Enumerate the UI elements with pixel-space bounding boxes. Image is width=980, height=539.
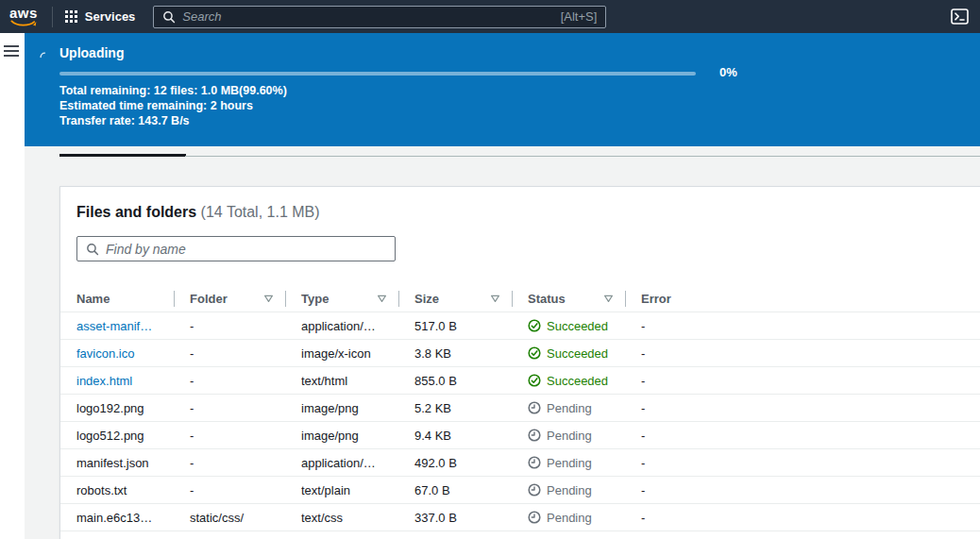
filter-icon[interactable] xyxy=(263,295,274,303)
type-cell: application/… xyxy=(301,319,414,333)
clock-icon xyxy=(528,456,541,469)
error-cell: - xyxy=(641,511,980,525)
aws-smile-icon xyxy=(10,20,37,27)
table-header-row: Name Folder Type Size xyxy=(60,286,980,312)
clock-icon xyxy=(528,401,541,414)
file-name: robots.txt xyxy=(76,483,127,497)
folder-cell: - xyxy=(190,456,301,470)
error-cell: - xyxy=(641,401,980,415)
upload-status-banner: Uploading 0% Total remaining: 12 files: … xyxy=(25,33,980,146)
status-text: Succeeded xyxy=(547,346,608,361)
cloudshell-terminal-icon[interactable] xyxy=(951,8,969,25)
services-menu-button[interactable]: Services xyxy=(65,9,136,24)
folder-cell: - xyxy=(190,374,301,388)
status-badge: Pending xyxy=(528,511,641,525)
topbar-divider xyxy=(52,7,53,27)
clock-icon xyxy=(528,483,541,497)
file-name: logo192.png xyxy=(76,401,144,415)
table-row: robots.txt - text/plain 67.0 B Pending - xyxy=(60,477,980,504)
file-name[interactable]: favicon.ico xyxy=(76,346,134,361)
check-circle-icon xyxy=(528,319,541,332)
size-cell: 67.0 B xyxy=(414,483,528,497)
error-cell: - xyxy=(641,319,980,333)
progress-percent-label: 0% xyxy=(719,65,737,79)
folder-cell: static/css/ xyxy=(190,511,301,525)
size-cell: 3.8 KB xyxy=(414,346,528,361)
top-navigation-bar: aws Services [Alt+S] xyxy=(0,0,980,33)
search-input[interactable] xyxy=(182,9,560,24)
table-row: logo192.png - image/png 5.2 KB Pending - xyxy=(60,395,980,422)
column-header-error: Error xyxy=(641,286,980,312)
table-row: manifest.json - application/… 492.0 B Pe… xyxy=(60,449,980,477)
files-table: Name Folder Type Size xyxy=(60,286,980,531)
upload-progress-bar xyxy=(59,72,696,76)
size-cell: 517.0 B xyxy=(414,319,528,333)
search-icon xyxy=(162,10,176,24)
column-header-status: Status xyxy=(528,286,641,312)
file-name: main.e6c13… xyxy=(76,511,152,525)
aws-logo-text: aws xyxy=(9,7,38,20)
status-text: Pending xyxy=(547,456,592,470)
size-cell: 492.0 B xyxy=(414,456,528,470)
status-badge: Pending xyxy=(528,401,641,415)
error-cell: - xyxy=(641,374,980,388)
table-row: main.e6c13… static/css/ text/css 337.0 B… xyxy=(60,504,980,531)
type-cell: image/png xyxy=(301,429,414,443)
status-badge: Pending xyxy=(528,483,641,497)
status-badge: Succeeded xyxy=(528,319,641,333)
status-badge: Pending xyxy=(528,429,641,443)
error-cell: - xyxy=(641,483,980,497)
find-by-name-box[interactable] xyxy=(76,236,396,261)
table-row: favicon.ico - image/x-icon 3.8 KB Succee… xyxy=(60,340,980,367)
status-badge: Succeeded xyxy=(528,374,641,388)
status-text: Succeeded xyxy=(547,319,608,333)
status-text: Pending xyxy=(547,429,592,443)
left-nav-strip xyxy=(0,33,25,539)
type-cell: image/png xyxy=(301,401,414,415)
clock-icon xyxy=(528,429,541,442)
file-name[interactable]: index.html xyxy=(76,374,132,388)
table-row: index.html - text/html 855.0 B Succeeded… xyxy=(60,367,980,395)
status-text: Succeeded xyxy=(547,374,608,388)
error-cell: - xyxy=(641,346,980,361)
column-divider xyxy=(512,291,513,307)
total-remaining-text: Total remaining: 12 files: 1.0 MB(99.60%… xyxy=(59,83,287,98)
global-search-box[interactable]: [Alt+S] xyxy=(153,6,606,28)
clock-icon xyxy=(528,511,541,524)
file-name[interactable]: asset-manif… xyxy=(76,319,152,333)
check-circle-icon xyxy=(528,346,541,360)
size-cell: 855.0 B xyxy=(414,374,528,388)
check-circle-icon xyxy=(528,374,541,387)
tab-bar-line xyxy=(185,156,980,157)
hamburger-menu-icon[interactable] xyxy=(4,45,19,59)
column-divider xyxy=(398,291,399,307)
aws-logo[interactable]: aws xyxy=(9,7,38,27)
status-text: Pending xyxy=(547,511,592,525)
column-divider xyxy=(625,291,626,307)
status-text: Pending xyxy=(547,401,592,415)
error-cell: - xyxy=(641,429,980,443)
size-cell: 5.2 KB xyxy=(414,401,528,415)
status-badge: Pending xyxy=(528,456,641,470)
folder-cell: - xyxy=(190,346,301,361)
filter-icon[interactable] xyxy=(490,295,500,303)
file-name: manifest.json xyxy=(76,456,149,470)
type-cell: application/… xyxy=(301,456,414,470)
find-by-name-input[interactable] xyxy=(106,242,395,257)
upload-banner-title: Uploading xyxy=(59,45,124,60)
status-badge: Succeeded xyxy=(528,346,641,361)
folder-cell: - xyxy=(190,483,301,497)
size-cell: 337.0 B xyxy=(414,511,528,525)
status-text: Pending xyxy=(547,483,592,497)
files-count-label: (14 Total, 1.1 MB) xyxy=(201,204,320,220)
type-cell: text/plain xyxy=(301,483,414,497)
column-header-folder: Folder xyxy=(190,286,301,312)
column-header-name: Name xyxy=(76,286,190,312)
filter-icon[interactable] xyxy=(603,295,614,303)
filter-icon[interactable] xyxy=(377,295,387,303)
table-body: asset-manif… - application/… 517.0 B Suc… xyxy=(60,312,980,531)
search-shortcut-hint: [Alt+S] xyxy=(561,9,598,24)
column-header-size: Size xyxy=(414,286,528,312)
type-cell: image/x-icon xyxy=(301,346,414,361)
grid-icon xyxy=(65,10,77,23)
